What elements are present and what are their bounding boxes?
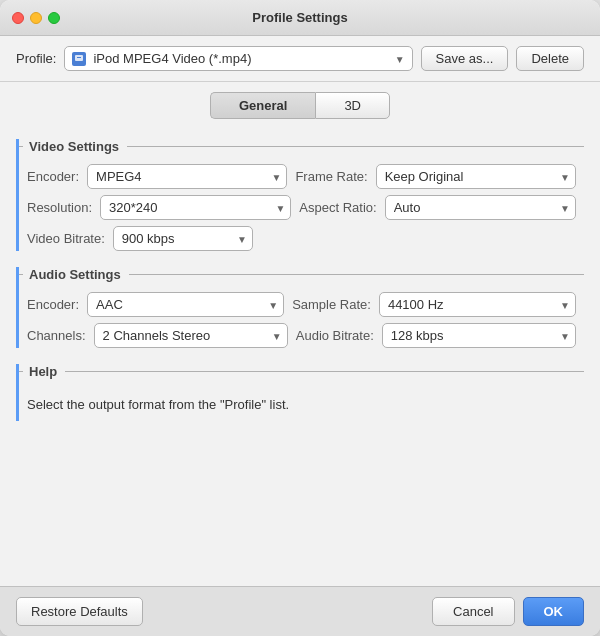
- video-fields-row2: Resolution: 320*240 ▼ Aspect Ratio: Auto…: [19, 195, 584, 220]
- audio-bitrate-label: Audio Bitrate:: [296, 328, 374, 343]
- audio-encoder-select[interactable]: AAC: [87, 292, 284, 317]
- cancel-button[interactable]: Cancel: [432, 597, 514, 626]
- sample-rate-select[interactable]: 44100 Hz: [379, 292, 576, 317]
- audio-fields-row2: Channels: 2 Channels Stereo ▼ Audio Bitr…: [19, 323, 584, 348]
- resolution-label: Resolution:: [27, 200, 92, 215]
- ok-button[interactable]: OK: [523, 597, 585, 626]
- aspect-ratio-select[interactable]: Auto: [385, 195, 576, 220]
- section-line-right: [127, 146, 584, 147]
- window-title: Profile Settings: [252, 10, 347, 25]
- profile-select-wrapper: iPod MPEG4 Video (*.mp4) ▼: [64, 46, 412, 71]
- profile-icon-svg: [74, 54, 84, 64]
- audio-fields-row1: Encoder: AAC ▼ Sample Rate: 44100 Hz ▼: [19, 292, 584, 317]
- minimize-button[interactable]: [30, 12, 42, 24]
- video-settings-title: Video Settings: [23, 139, 127, 154]
- channels-label: Channels:: [27, 328, 86, 343]
- sample-rate-label: Sample Rate:: [292, 297, 371, 312]
- aspect-ratio-select-wrapper: Auto ▼: [385, 195, 576, 220]
- help-text: Select the output format from the "Profi…: [19, 389, 584, 421]
- aspect-ratio-label: Aspect Ratio:: [299, 200, 376, 215]
- maximize-button[interactable]: [48, 12, 60, 24]
- resolution-select-wrapper: 320*240 ▼: [100, 195, 291, 220]
- audio-encoder-label: Encoder:: [27, 297, 79, 312]
- video-bitrate-label: Video Bitrate:: [27, 231, 105, 246]
- audio-settings-title: Audio Settings: [23, 267, 129, 282]
- video-bitrate-row: Video Bitrate: 900 kbps ▼: [19, 226, 584, 251]
- bottom-bar: Restore Defaults Cancel OK: [0, 586, 600, 636]
- video-settings-header: Video Settings: [19, 139, 584, 154]
- audio-bitrate-select[interactable]: 128 kbps: [382, 323, 576, 348]
- tab-3d[interactable]: 3D: [315, 92, 390, 119]
- titlebar: Profile Settings: [0, 0, 600, 36]
- profile-label: Profile:: [16, 51, 56, 66]
- main-window: Profile Settings Profile: iPod MPEG4 Vid…: [0, 0, 600, 636]
- frame-rate-label: Frame Rate:: [295, 169, 367, 184]
- help-title: Help: [23, 364, 65, 379]
- help-section-line-right: [65, 371, 584, 372]
- profile-icon: [72, 52, 86, 66]
- channels-select[interactable]: 2 Channels Stereo: [94, 323, 288, 348]
- video-bitrate-select[interactable]: 900 kbps: [113, 226, 253, 251]
- save-as-button[interactable]: Save as...: [421, 46, 509, 71]
- delete-button[interactable]: Delete: [516, 46, 584, 71]
- frame-rate-select[interactable]: Keep Original: [376, 164, 576, 189]
- audio-settings-header: Audio Settings: [19, 267, 584, 282]
- video-bitrate-select-wrapper: 900 kbps ▼: [113, 226, 253, 251]
- audio-encoder-select-wrapper: AAC ▼: [87, 292, 284, 317]
- video-settings-section: Video Settings Encoder: MPEG4 ▼ Frame Ra…: [16, 139, 584, 251]
- video-fields-row1: Encoder: MPEG4 ▼ Frame Rate: Keep Origin…: [19, 164, 584, 189]
- encoder-select[interactable]: MPEG4: [87, 164, 287, 189]
- bottom-right-buttons: Cancel OK: [432, 597, 584, 626]
- close-button[interactable]: [12, 12, 24, 24]
- help-section: Help Select the output format from the "…: [16, 364, 584, 421]
- restore-defaults-button[interactable]: Restore Defaults: [16, 597, 143, 626]
- main-content: Video Settings Encoder: MPEG4 ▼ Frame Ra…: [0, 127, 600, 586]
- resolution-select[interactable]: 320*240: [100, 195, 291, 220]
- frame-rate-select-wrapper: Keep Original ▼: [376, 164, 576, 189]
- encoder-label: Encoder:: [27, 169, 79, 184]
- tabs-bar: General 3D: [0, 82, 600, 127]
- traffic-lights: [12, 12, 60, 24]
- toolbar: Profile: iPod MPEG4 Video (*.mp4) ▼ Save…: [0, 36, 600, 82]
- encoder-select-wrapper: MPEG4 ▼: [87, 164, 287, 189]
- audio-settings-section: Audio Settings Encoder: AAC ▼ Sample Rat…: [16, 267, 584, 348]
- profile-dropdown[interactable]: iPod MPEG4 Video (*.mp4): [64, 46, 412, 71]
- tab-general[interactable]: General: [210, 92, 315, 119]
- audio-bitrate-select-wrapper: 128 kbps ▼: [382, 323, 576, 348]
- audio-section-line-right: [129, 274, 584, 275]
- help-header: Help: [19, 364, 584, 379]
- svg-rect-1: [77, 57, 81, 58]
- channels-select-wrapper: 2 Channels Stereo ▼: [94, 323, 288, 348]
- sample-rate-select-wrapper: 44100 Hz ▼: [379, 292, 576, 317]
